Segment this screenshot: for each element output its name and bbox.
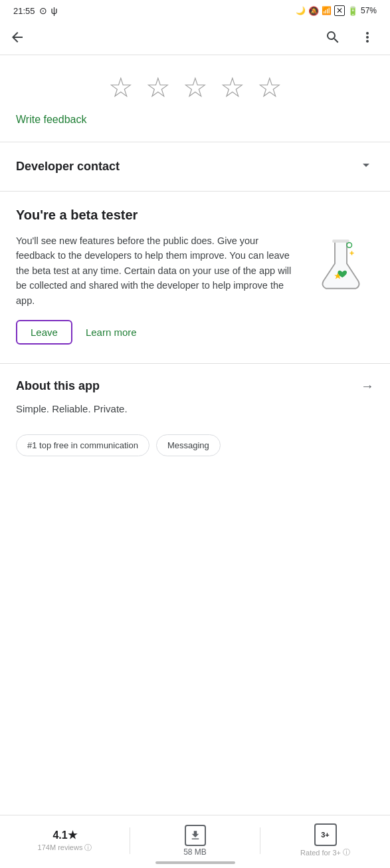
home-indicator xyxy=(155,861,235,864)
write-feedback-link[interactable]: Write feedback xyxy=(16,114,86,125)
leave-beta-button[interactable]: Leave xyxy=(16,320,72,345)
search-button[interactable] xyxy=(318,23,347,52)
rating-value: 4.1★ xyxy=(52,829,76,841)
star-3[interactable]: ☆ xyxy=(183,74,208,102)
size-item: 58 MB xyxy=(130,825,260,857)
back-arrow-icon xyxy=(9,29,25,45)
battery-icon: 🔋 xyxy=(347,6,358,16)
size-value: 58 MB xyxy=(183,847,207,857)
learn-more-link[interactable]: Learn more xyxy=(86,327,137,338)
beta-tester-description: You'll see new features before the publi… xyxy=(16,233,300,308)
star-2[interactable]: ☆ xyxy=(146,74,171,102)
star-4[interactable]: ☆ xyxy=(220,74,245,102)
nav-right xyxy=(318,23,382,52)
info-icon-reviews: ⓘ xyxy=(84,843,92,853)
beta-tester-title: You're a beta tester xyxy=(16,208,374,223)
status-right: 🌙 🔕 📶 ✕ 🔋 57% xyxy=(296,5,377,16)
arrow-right-icon: → xyxy=(361,378,374,394)
wifi-icon: 📶 xyxy=(322,6,332,15)
tags-section: #1 top free in communication Messaging xyxy=(0,428,390,463)
battery-percentage: 57% xyxy=(361,6,377,15)
bottom-spacer xyxy=(0,463,390,523)
nav-left xyxy=(3,23,32,52)
about-app-tagline: Simple. Reliable. Private. xyxy=(0,400,390,428)
write-feedback-section: Write feedback xyxy=(0,108,390,142)
rated-value: 3+ xyxy=(321,831,330,839)
search-icon xyxy=(325,29,341,45)
star-5[interactable]: ☆ xyxy=(257,74,282,102)
rated-item[interactable]: 3+ Rated for 3+ ⓘ xyxy=(260,823,390,857)
reviews-count: 174M reviews xyxy=(38,843,83,851)
tag-messaging[interactable]: Messaging xyxy=(156,434,221,456)
chevron-down-icon xyxy=(358,157,374,176)
svg-point-1 xyxy=(347,243,352,248)
beta-tester-section: You're a beta tester You'll see new feat… xyxy=(0,192,390,358)
rated-label: Rated for 3+ ⓘ xyxy=(300,847,350,857)
bottom-bar: 4.1★ 174M reviews ⓘ 58 MB 3+ Rated for 3… xyxy=(0,815,390,868)
status-left: 21:55 ⊙ ψ xyxy=(13,5,58,16)
info-icon-rated: ⓘ xyxy=(343,847,350,857)
rating-item[interactable]: 4.1★ 174M reviews ⓘ xyxy=(0,829,130,853)
status-bar: 21:55 ⊙ ψ 🌙 🔕 📶 ✕ 🔋 57% xyxy=(0,0,390,20)
more-vert-icon xyxy=(359,29,375,45)
cast-icon: ψ xyxy=(51,5,58,16)
more-options-button[interactable] xyxy=(353,23,382,52)
sim-icon: ✕ xyxy=(334,5,345,16)
reviews-label: 174M reviews ⓘ xyxy=(38,843,92,853)
tag-top-free[interactable]: #1 top free in communication xyxy=(16,434,149,456)
stars-rating-section: ☆ ☆ ☆ ☆ ☆ xyxy=(0,55,390,108)
top-navigation xyxy=(0,20,390,55)
developer-contact-title: Developer contact xyxy=(16,160,120,174)
rated-text: Rated for 3+ xyxy=(300,849,341,857)
moon-icon: 🌙 xyxy=(296,6,306,15)
mute-icon: 🔕 xyxy=(308,6,319,16)
about-app-title: About this app xyxy=(16,379,100,393)
beta-tester-illustration xyxy=(308,233,374,296)
rated-box-icon: 3+ xyxy=(314,823,337,846)
svg-rect-0 xyxy=(332,239,349,243)
flask-svg-image xyxy=(311,236,371,296)
about-app-section[interactable]: About this app → xyxy=(0,364,390,400)
beta-tester-buttons: Leave Learn more xyxy=(16,320,374,345)
time-display: 21:55 xyxy=(13,6,35,16)
star-1[interactable]: ☆ xyxy=(108,74,134,102)
beta-tester-content: You'll see new features before the publi… xyxy=(16,233,374,308)
download-box-icon xyxy=(185,825,206,846)
download-icon xyxy=(189,829,201,841)
developer-contact-section[interactable]: Developer contact xyxy=(0,142,390,191)
whatsapp-icon: ⊙ xyxy=(39,5,47,16)
back-button[interactable] xyxy=(3,23,32,52)
